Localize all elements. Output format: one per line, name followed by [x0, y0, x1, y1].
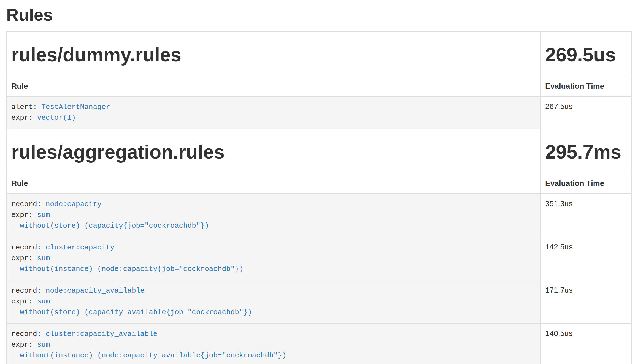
rule-definition: record: cluster:capacity expr: sum witho… — [11, 242, 536, 275]
rule-group-dummy: rules/dummy.rules 269.5us Rule Evaluatio… — [7, 32, 631, 129]
rule-name-label: record: — [11, 200, 41, 208]
column-header-eval-time: Evaluation Time — [540, 173, 631, 194]
table-row: alert: TestAlertManager expr: vector(1) … — [7, 96, 631, 129]
rule-eval-time: 140.5us — [540, 323, 631, 364]
rule-expr-link[interactable]: sum without(instance) (node:capacity_ava… — [11, 341, 286, 360]
table-row: record: node:capacity_available expr: su… — [7, 280, 631, 323]
rule-expr-label: expr: — [11, 211, 33, 219]
rule-name-link[interactable]: node:capacity — [46, 200, 102, 208]
rule-eval-time: 267.5us — [540, 96, 631, 129]
rule-name-label: record: — [11, 330, 41, 338]
rules-page: Rules rules/dummy.rules 269.5us Rule Eva… — [6, 6, 632, 364]
rule-name-link[interactable]: cluster:capacity_available — [46, 330, 158, 338]
rule-group-header-row: rules/dummy.rules 269.5us — [7, 32, 631, 76]
rule-group-eval-total: 269.5us — [545, 44, 627, 66]
rule-expr-label: expr: — [11, 254, 33, 262]
rule-cell: record: cluster:capacity_available expr:… — [7, 323, 540, 364]
rule-name-link[interactable]: node:capacity_available — [46, 287, 145, 295]
rule-expr-label: expr: — [11, 297, 33, 306]
rule-cell: record: node:capacity expr: sum without(… — [7, 194, 540, 237]
rule-group-file: rules/aggregation.rules — [11, 141, 536, 163]
column-header-eval-time: Evaluation Time — [540, 76, 631, 96]
rule-group-file: rules/dummy.rules — [11, 44, 536, 66]
rule-group-eval-total: 295.7ms — [545, 141, 627, 163]
column-header-rule: Rule — [7, 173, 540, 194]
rule-eval-time: 171.7us — [540, 280, 631, 323]
rule-definition: record: node:capacity expr: sum without(… — [11, 199, 536, 231]
rule-eval-time: 142.5us — [540, 237, 631, 280]
rule-expr-label: expr: — [11, 114, 33, 122]
column-header-row: Rule Evaluation Time — [7, 173, 631, 194]
rule-definition: alert: TestAlertManager expr: vector(1) — [11, 102, 536, 123]
rule-expr-label: expr: — [11, 341, 33, 349]
table-row: record: node:capacity expr: sum without(… — [7, 194, 631, 237]
rule-expr-link[interactable]: sum without(store) (capacity_available{j… — [11, 297, 252, 316]
rule-definition: record: node:capacity_available expr: su… — [11, 286, 536, 318]
rule-definition: record: cluster:capacity_available expr:… — [11, 329, 536, 361]
table-row: record: cluster:capacity expr: sum witho… — [7, 237, 631, 280]
rule-cell: record: cluster:capacity expr: sum witho… — [7, 237, 540, 280]
rule-eval-time: 351.3us — [540, 194, 631, 237]
rule-expr-link[interactable]: vector(1) — [37, 114, 76, 122]
rule-group-header-row: rules/aggregation.rules 295.7ms — [7, 129, 631, 173]
rule-expr-link[interactable]: sum without(store) (capacity{job="cockro… — [11, 211, 209, 230]
page-title: Rules — [6, 6, 632, 24]
rule-name-link[interactable]: TestAlertManager — [41, 103, 110, 111]
rules-table: rules/dummy.rules 269.5us Rule Evaluatio… — [6, 31, 632, 364]
rule-name-label: record: — [11, 243, 41, 252]
rule-cell: alert: TestAlertManager expr: vector(1) — [7, 96, 540, 129]
rule-name-label: alert: — [11, 103, 37, 111]
table-row: record: cluster:capacity_available expr:… — [7, 323, 631, 364]
rule-cell: record: node:capacity_available expr: su… — [7, 280, 540, 323]
rule-group-aggregation: rules/aggregation.rules 295.7ms Rule Eva… — [7, 129, 631, 364]
column-header-rule: Rule — [7, 76, 540, 96]
rule-name-link[interactable]: cluster:capacity — [46, 243, 115, 252]
rule-name-label: record: — [11, 287, 41, 295]
rule-expr-link[interactable]: sum without(instance) (node:capacity{job… — [11, 254, 244, 273]
column-header-row: Rule Evaluation Time — [7, 76, 631, 96]
